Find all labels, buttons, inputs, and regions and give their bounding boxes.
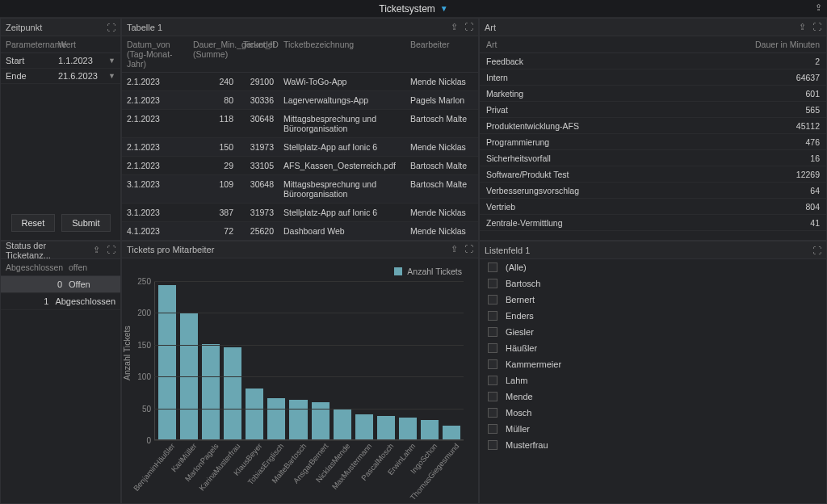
list-item[interactable]: Mende xyxy=(480,388,826,405)
maximize-icon[interactable]: ⛶ xyxy=(464,244,473,254)
cell-datum: 2.1.2023 xyxy=(122,138,188,157)
art-row[interactable]: Feedback2 xyxy=(480,53,826,69)
tabelle1-title: Tabelle 1 xyxy=(127,23,162,32)
art-row[interactable]: Zentrale-Vermittlung41 xyxy=(480,215,826,231)
art-value: 41 xyxy=(810,218,820,228)
table-row[interactable]: 2.1.202315031973Stellplatz-App auf Ionic… xyxy=(122,138,478,157)
art-row[interactable]: Produktentwicklung-AFS45112 xyxy=(480,118,826,134)
y-tick: 0 xyxy=(132,436,151,445)
table-row[interactable]: 3.1.202310930648Mittagsbesprechung und B… xyxy=(122,175,478,204)
filter-icon[interactable]: ▼ xyxy=(440,4,448,13)
cell-bezeichnung: Mittagsbesprechung und Büroorganisation xyxy=(279,175,405,204)
col-datum[interactable]: Datum_von (Tag-Monat-Jahr) xyxy=(122,36,188,73)
checkbox[interactable] xyxy=(488,359,497,369)
list-item-label: (Alle) xyxy=(506,262,527,272)
maximize-icon[interactable]: ⛶ xyxy=(812,22,821,32)
submit-button[interactable]: Submit xyxy=(61,214,110,232)
export-icon[interactable]: ⇪ xyxy=(451,244,458,254)
bar[interactable]: TobiasEnglisch xyxy=(267,281,285,439)
tabelle1-panel: Tabelle 1 ⇪ ⛶ Datum_von (Tag-Monat-Jahr)… xyxy=(121,18,479,241)
bar[interactable]: KarlMüller xyxy=(180,281,198,439)
status-row[interactable]: 0Offen xyxy=(1,276,120,293)
bar[interactable]: IngoSchon xyxy=(421,281,439,439)
param-value: 21.6.2023 xyxy=(58,71,108,81)
maximize-icon[interactable]: ⛶ xyxy=(107,23,115,32)
list-item[interactable]: Giesler xyxy=(480,324,826,340)
col-bezeichnung[interactable]: Ticketbezeichnung xyxy=(279,36,405,73)
art-name: Privat xyxy=(486,105,508,115)
bar[interactable]: PascalMosch xyxy=(377,281,395,439)
table-row[interactable]: 2.1.202324029100WaWi-ToGo-AppMende Nickl… xyxy=(122,73,478,91)
export-icon[interactable]: ⇪ xyxy=(815,2,822,13)
checkbox[interactable] xyxy=(488,424,497,434)
cell-bearbeiter: Bartosch Malte xyxy=(405,175,478,204)
chevron-down-icon[interactable]: ▼ xyxy=(108,72,115,80)
checkbox[interactable] xyxy=(488,262,497,272)
list-item[interactable]: (Alle) xyxy=(480,259,826,275)
art-row[interactable]: Programmierung476 xyxy=(480,134,826,150)
table-row[interactable]: 3.1.202338731973Stellplatz-App auf Ionic… xyxy=(122,204,478,222)
status-row[interactable]: 1Abgeschlossen xyxy=(1,293,120,310)
bar[interactable]: BenjaminHäußler xyxy=(158,281,176,439)
checkbox[interactable] xyxy=(488,279,497,288)
checkbox[interactable] xyxy=(488,440,497,450)
checkbox[interactable] xyxy=(488,392,497,401)
zeitpunkt-row[interactable]: Ende21.6.2023▼ xyxy=(1,69,120,84)
zeitpunkt-row[interactable]: Start1.1.2023▼ xyxy=(1,53,120,69)
bar[interactable]: ThomasGiegesmund xyxy=(443,281,460,439)
art-row[interactable]: Software/Produkt Test12269 xyxy=(480,166,826,183)
bar[interactable]: MalteBartosch xyxy=(289,281,307,439)
checkbox[interactable] xyxy=(488,343,497,353)
art-row[interactable]: Sicherheitsvorfall16 xyxy=(480,150,826,166)
bar[interactable]: ErwinLahm xyxy=(399,281,417,439)
list-item[interactable]: Bernert xyxy=(480,292,826,308)
art-row[interactable]: Intern64637 xyxy=(480,69,826,86)
list-item[interactable]: Lahm xyxy=(480,372,826,388)
list-item-label: Mosch xyxy=(506,408,531,418)
list-item[interactable]: Enders xyxy=(480,308,826,324)
col-dauer[interactable]: Dauer_Min._gerundet (Summe) xyxy=(188,36,238,73)
art-col-dauer: Dauer in Minuten xyxy=(755,40,820,49)
bar[interactable]: NicklasMende xyxy=(334,281,351,439)
cell-dauer: 80 xyxy=(188,91,238,110)
bar[interactable]: MaxMustermann xyxy=(355,281,373,439)
list-item[interactable]: Häußler xyxy=(480,340,826,356)
checkbox[interactable] xyxy=(488,327,497,337)
bar-fill xyxy=(158,285,176,439)
list-item[interactable]: Müller xyxy=(480,421,826,437)
maximize-icon[interactable]: ⛶ xyxy=(464,22,473,32)
export-icon[interactable]: ⇪ xyxy=(93,245,100,255)
bar[interactable]: MarlonPagels xyxy=(202,281,220,439)
export-icon[interactable]: ⇪ xyxy=(451,22,458,32)
legend-label: Anzahl Tickets xyxy=(407,267,462,276)
bar[interactable]: KarinaMusterfrau xyxy=(224,281,241,439)
table-row[interactable]: 2.1.20238030336Lagerverwaltungs-AppPagel… xyxy=(122,91,478,110)
list-item[interactable]: Musterfrau xyxy=(480,437,826,453)
maximize-icon[interactable]: ⛶ xyxy=(812,246,821,255)
reset-button[interactable]: Reset xyxy=(11,214,56,232)
table-row[interactable]: 2.1.202311830648Mittagsbesprechung und B… xyxy=(122,110,478,138)
chevron-down-icon[interactable]: ▼ xyxy=(108,57,115,65)
col-bearbeiter[interactable]: Bearbeiter xyxy=(405,36,478,73)
bar-fill xyxy=(289,400,307,439)
cell-bearbeiter: Pagels Marlon xyxy=(405,91,478,110)
col-ticketid[interactable]: Ticket_ID xyxy=(238,36,279,73)
table-row[interactable]: 2.1.20232933105AFS_Kassen_Oesterreich.pd… xyxy=(122,157,478,175)
bar[interactable]: AnsgarBernert xyxy=(312,281,330,439)
cell-bezeichnung: WaWi-ToGo-App xyxy=(279,73,405,91)
list-item[interactable]: Mosch xyxy=(480,405,826,421)
list-item[interactable]: Kammermeier xyxy=(480,356,826,372)
checkbox[interactable] xyxy=(488,376,497,385)
checkbox[interactable] xyxy=(488,311,497,321)
art-row[interactable]: Marketing601 xyxy=(480,86,826,102)
checkbox[interactable] xyxy=(488,295,497,304)
art-row[interactable]: Privat565 xyxy=(480,102,826,118)
checkbox[interactable] xyxy=(488,408,497,418)
art-row[interactable]: Verbesserungsvorschlag64 xyxy=(480,183,826,199)
art-row[interactable]: Vertrieb804 xyxy=(480,199,826,215)
export-icon[interactable]: ⇪ xyxy=(799,22,806,32)
table-row[interactable]: 4.1.20237225620Dashboard WebMende Nickla… xyxy=(122,222,478,241)
maximize-icon[interactable]: ⛶ xyxy=(107,245,115,255)
list-item[interactable]: Bartosch xyxy=(480,275,826,292)
bar[interactable]: KlausBeyer xyxy=(246,281,263,439)
